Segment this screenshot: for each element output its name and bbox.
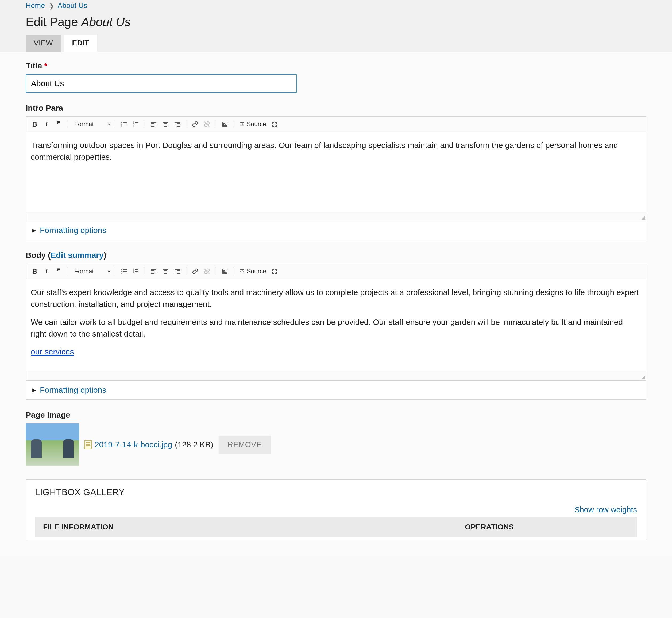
edit-summary-link[interactable]: Edit summary [50, 251, 104, 260]
image-button[interactable] [220, 120, 230, 129]
page-title-name: About Us [81, 15, 130, 29]
source-label: Source [247, 121, 266, 128]
col-operations: OPERATIONS [465, 523, 629, 531]
resize-handle[interactable] [26, 372, 646, 381]
svg-point-54 [224, 270, 225, 271]
bullet-list-button[interactable] [119, 120, 129, 129]
numbered-list-button[interactable]: 123 [131, 120, 141, 129]
align-left-button[interactable] [149, 120, 159, 129]
align-right-button[interactable] [172, 267, 182, 276]
tab-view[interactable]: VIEW [26, 34, 61, 51]
align-center-button[interactable] [160, 267, 170, 276]
page-image-filesize: (128.2 KB) [175, 440, 213, 449]
page-image-filename-link[interactable]: 2019-7-14-k-bocci.jpg [95, 440, 172, 449]
svg-point-26 [224, 123, 225, 124]
svg-rect-43 [151, 273, 154, 274]
field-page-image: Page Image 2019-7-14-k-bocci.jpg (128.2 … [26, 410, 646, 466]
title-label-text: Title [26, 61, 42, 70]
field-intro-para: Intro Para B I ❞ Format 123 [26, 104, 646, 240]
svg-rect-15 [151, 126, 154, 126]
italic-button[interactable]: I [41, 120, 51, 129]
svg-text:3: 3 [133, 125, 134, 127]
format-select[interactable]: Format [71, 267, 111, 276]
resize-handle[interactable] [26, 212, 646, 221]
title-label: Title * [26, 61, 646, 70]
unlink-button[interactable] [202, 120, 212, 129]
formatting-options-link[interactable]: Formatting options [40, 386, 106, 395]
align-center-button[interactable] [160, 120, 170, 129]
svg-rect-46 [163, 272, 168, 272]
body-toolbar: B I ❞ Format 123 Sour [26, 264, 646, 279]
bold-button[interactable]: B [30, 267, 40, 276]
field-body: Body (Edit summary) B I ❞ Format 123 [26, 251, 646, 400]
tab-edit[interactable]: EDIT [64, 34, 97, 51]
source-button[interactable]: Source [238, 268, 268, 275]
toolbar-separator [115, 120, 115, 128]
title-input[interactable] [26, 74, 297, 93]
page-title: Edit Page About Us [26, 15, 646, 29]
svg-rect-22 [174, 125, 180, 125]
link-button[interactable] [190, 267, 200, 276]
bullet-list-button[interactable] [119, 267, 129, 276]
body-editor: B I ❞ Format 123 Sour [26, 264, 646, 381]
svg-text:3: 3 [133, 272, 134, 275]
body-content[interactable]: Our staff's expert knowledge and access … [26, 279, 646, 372]
col-file-information: FILE INFORMATION [43, 523, 465, 531]
breadcrumb-home[interactable]: Home [26, 2, 45, 10]
svg-rect-1 [123, 122, 127, 122]
svg-rect-20 [174, 122, 180, 122]
svg-rect-35 [135, 269, 138, 270]
formatting-options-link[interactable]: Formatting options [40, 226, 106, 235]
svg-rect-12 [151, 122, 156, 122]
toolbar-separator [145, 267, 145, 275]
svg-rect-11 [135, 126, 138, 126]
numbered-list-button[interactable]: 123 [131, 267, 141, 276]
svg-rect-42 [151, 272, 156, 272]
source-button[interactable]: Source [238, 121, 268, 128]
intro-editor: B I ❞ Format 123 Sour [26, 116, 646, 221]
svg-rect-40 [151, 269, 156, 270]
required-marker: * [44, 61, 47, 70]
lightbox-gallery: LIGHTBOX GALLERY Show row weights FILE I… [26, 480, 646, 540]
toolbar-separator [186, 267, 186, 275]
svg-point-28 [121, 269, 122, 270]
intro-content[interactable]: Transforming outdoor spaces in Port Doug… [26, 132, 646, 212]
svg-rect-47 [164, 273, 167, 274]
maximize-button[interactable] [269, 120, 280, 129]
italic-button[interactable]: I [41, 267, 51, 276]
svg-point-32 [121, 273, 122, 274]
svg-rect-31 [123, 271, 127, 272]
intro-formatting-options[interactable]: ▶ Formatting options [26, 221, 646, 240]
svg-point-0 [121, 122, 122, 123]
blockquote-button[interactable]: ❞ [53, 120, 63, 129]
remove-image-button[interactable]: REMOVE [219, 435, 271, 454]
svg-rect-41 [151, 271, 154, 271]
page-image-thumbnail[interactable] [26, 423, 79, 466]
link-button[interactable] [190, 120, 200, 129]
image-button[interactable] [220, 267, 230, 276]
svg-point-2 [121, 124, 122, 125]
body-paragraph-2: We can tailor work to all budget and req… [31, 316, 641, 339]
breadcrumb-about[interactable]: About Us [58, 2, 88, 10]
body-label-suffix: ) [104, 251, 106, 260]
body-formatting-options[interactable]: ▶ Formatting options [26, 381, 646, 400]
blockquote-button[interactable]: ❞ [53, 267, 63, 276]
file-icon [85, 440, 92, 449]
intro-paragraph: Transforming outdoor spaces in Port Doug… [31, 139, 641, 163]
unlink-button[interactable] [202, 267, 212, 276]
format-select[interactable]: Format [71, 119, 111, 129]
show-row-weights-link[interactable]: Show row weights [574, 505, 637, 514]
svg-rect-44 [163, 269, 168, 270]
body-services-link[interactable]: our services [31, 347, 74, 356]
svg-rect-51 [177, 273, 180, 274]
maximize-button[interactable] [269, 267, 280, 276]
svg-point-30 [121, 271, 122, 272]
align-left-button[interactable] [149, 267, 159, 276]
align-right-button[interactable] [172, 120, 182, 129]
breadcrumb: Home ❯ About Us [26, 0, 646, 12]
toolbar-separator [234, 267, 234, 275]
caret-right-icon: ▶ [32, 227, 36, 233]
svg-rect-16 [163, 122, 168, 122]
bold-button[interactable]: B [30, 120, 40, 129]
toolbar-separator [115, 267, 115, 275]
